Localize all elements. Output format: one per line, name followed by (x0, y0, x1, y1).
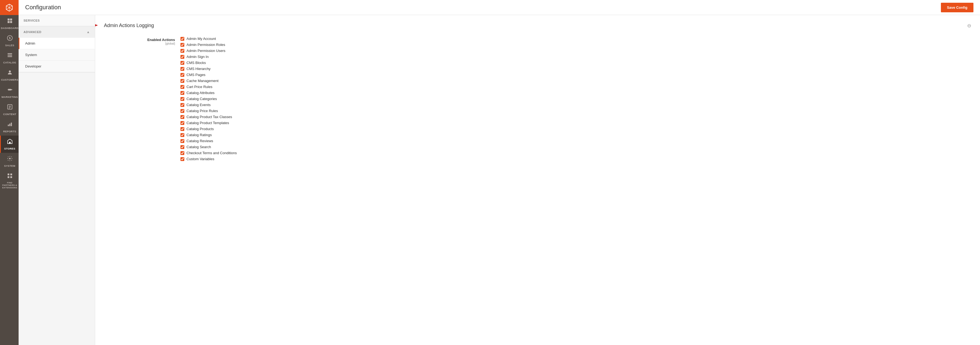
sidebar-item-label-customers: CUSTOMERS (1, 78, 18, 81)
svg-rect-2 (7, 21, 9, 23)
enabled-actions-row: Enabled Actions [global] Admin My Accoun… (104, 37, 971, 163)
svg-point-9 (9, 70, 11, 72)
checkbox-item-catalog_events: Catalog Events (180, 103, 971, 107)
arrow-annotation (95, 20, 99, 31)
checkbox-admin_permission_roles[interactable] (180, 43, 184, 47)
checkbox-item-catalog_attributes: Catalog Attributes (180, 91, 971, 95)
checkbox-item-cms_pages: CMS Pages (180, 73, 971, 77)
checkbox-custom_variables[interactable] (180, 157, 184, 161)
checkbox-catalog_categories[interactable] (180, 97, 184, 101)
sidebar-item-reports[interactable]: REPORTS (0, 118, 19, 135)
checkbox-label-cms_blocks: CMS Blocks (186, 61, 206, 65)
svg-point-19 (9, 158, 11, 159)
sales-icon: $ (7, 35, 13, 42)
left-panel-item-system[interactable]: System (19, 49, 95, 61)
checkbox-catalog_events[interactable] (180, 103, 184, 107)
checkbox-admin_my_account[interactable] (180, 37, 184, 41)
sidebar-item-label-reports: REPORTS (3, 130, 16, 133)
checkbox-item-admin_sign_in: Admin Sign In (180, 55, 971, 59)
checkbox-admin_sign_in[interactable] (180, 55, 184, 59)
checkbox-label-catalog_events: Catalog Events (186, 103, 210, 107)
checkbox-cache_management[interactable] (180, 79, 184, 83)
save-config-button[interactable]: Save Config (941, 3, 974, 12)
checkbox-label-catalog_products: Catalog Products (186, 127, 214, 131)
page-title: Configuration (25, 4, 61, 11)
checkbox-catalog_reviews[interactable] (180, 139, 184, 143)
checkbox-item-admin_permission_users: Admin Permission Users (180, 49, 971, 53)
sidebar-item-dashboard[interactable]: DASHBOARD (0, 15, 19, 32)
logo[interactable] (0, 0, 19, 15)
checkbox-label-catalog_categories: Catalog Categories (186, 97, 217, 101)
sidebar-item-marketing[interactable]: MARKETING (0, 84, 19, 101)
enabled-actions-scope: [global] (104, 42, 175, 45)
checkbox-item-catalog_search: Catalog Search (180, 145, 971, 149)
checkbox-label-catalog_reviews: Catalog Reviews (186, 139, 213, 143)
checkbox-item-custom_variables: Custom Variables (180, 157, 971, 161)
checkbox-cms_blocks[interactable] (180, 61, 184, 65)
left-panel-item-developer[interactable]: Developer (19, 61, 95, 72)
left-panel-section-advanced: ADVANCED▲AdminSystemDeveloper (19, 26, 95, 72)
sidebar-item-label-sales: SALES (5, 44, 14, 47)
checkbox-label-catalog_ratings: Catalog Ratings (186, 133, 212, 137)
left-panel-section-header-services[interactable]: SERVICES (19, 15, 95, 26)
checkbox-catalog_search[interactable] (180, 145, 184, 149)
svg-rect-6 (7, 53, 12, 54)
checkbox-cms_pages[interactable] (180, 73, 184, 77)
sidebar-item-label-content: CONTENT (3, 113, 16, 116)
enabled-actions-label-col: Enabled Actions [global] (104, 37, 180, 45)
svg-rect-20 (7, 173, 9, 175)
checkbox-catalog_products[interactable] (180, 127, 184, 131)
collapse-section-icon[interactable]: ⊖ (967, 23, 971, 29)
checkbox-catalog_attributes[interactable] (180, 91, 184, 95)
sidebar-item-label-find: FIND PARTNERS & EXTENSIONS (2, 181, 18, 189)
checkbox-item-checkout_terms: Checkout Terms and Conditions (180, 151, 971, 155)
checkbox-item-catalog_ratings: Catalog Ratings (180, 133, 971, 137)
sidebar-item-label-catalog: CATALOG (3, 61, 16, 64)
sidebar-item-catalog[interactable]: CATALOG (0, 49, 19, 67)
reports-icon (7, 121, 13, 129)
checkbox-cart_price_rules[interactable] (180, 85, 184, 89)
checkbox-item-catalog_price_rules: Catalog Price Rules (180, 109, 971, 113)
checkbox-label-admin_sign_in: Admin Sign In (186, 55, 208, 59)
left-panel-section-services: SERVICES (19, 15, 95, 26)
checkbox-label-custom_variables: Custom Variables (186, 157, 215, 161)
svg-rect-21 (10, 173, 12, 175)
svg-text:$: $ (9, 37, 10, 40)
sidebar-item-find[interactable]: FIND PARTNERS & EXTENSIONS (0, 170, 19, 192)
stores-icon (7, 138, 13, 146)
top-header: Configuration Save Config (19, 0, 980, 15)
checkbox-cms_hierarchy[interactable] (180, 67, 184, 71)
checkbox-item-catalog_categories: Catalog Categories (180, 97, 971, 101)
svg-rect-3 (10, 21, 12, 23)
sidebar-item-stores[interactable]: STORES (0, 135, 19, 153)
content-area: SERVICESADVANCED▲AdminSystemDeveloper Ad… (19, 15, 980, 345)
system-icon (7, 156, 13, 163)
checkbox-catalog_price_rules[interactable] (180, 109, 184, 113)
content-icon (7, 104, 13, 111)
main-area: Configuration Save Config SERVICESADVANC… (19, 0, 980, 345)
left-panel-items-advanced: AdminSystemDeveloper (19, 38, 95, 72)
checkbox-admin_permission_users[interactable] (180, 49, 184, 53)
checkbox-catalog_ratings[interactable] (180, 133, 184, 137)
checkbox-catalog_product_templates[interactable] (180, 121, 184, 125)
checkbox-label-catalog_attributes: Catalog Attributes (186, 91, 215, 95)
left-panel: SERVICESADVANCED▲AdminSystemDeveloper (19, 15, 95, 345)
left-panel-section-header-advanced[interactable]: ADVANCED▲ (19, 26, 95, 38)
checkbox-item-cache_management: Cache Management (180, 79, 971, 83)
checkbox-label-catalog_search: Catalog Search (186, 145, 211, 149)
checkbox-catalog_product_tax_classes[interactable] (180, 115, 184, 119)
svg-rect-10 (8, 89, 11, 91)
left-panel-item-admin[interactable]: Admin (19, 38, 95, 49)
left-panel-section-label-services: SERVICES (24, 19, 40, 22)
checkbox-checkout_terms[interactable] (180, 151, 184, 155)
checkbox-item-admin_permission_roles: Admin Permission Roles (180, 43, 971, 47)
customers-icon (7, 70, 13, 77)
sidebar-item-customers[interactable]: CUSTOMERS (0, 67, 19, 84)
sidebar-item-content[interactable]: CONTENT (0, 101, 19, 118)
svg-rect-0 (7, 19, 9, 21)
sidebar-item-label-dashboard: DASHBOARD (1, 27, 18, 30)
checkbox-label-cache_management: Cache Management (186, 79, 218, 83)
left-panel-section-label-advanced: ADVANCED (24, 30, 41, 33)
sidebar-item-sales[interactable]: $SALES (0, 32, 19, 49)
sidebar-item-system[interactable]: SYSTEM (0, 153, 19, 170)
